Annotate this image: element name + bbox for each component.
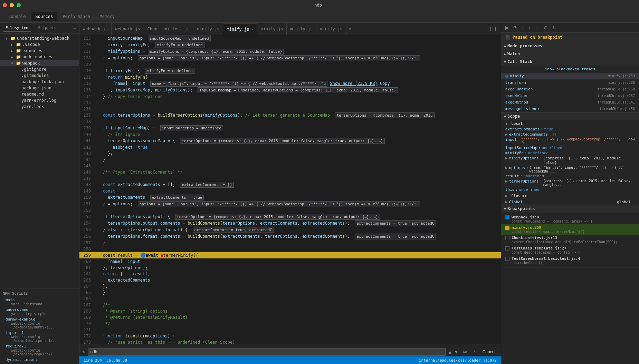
tab-console[interactable]: Console: [4, 12, 30, 21]
scope-expand-icon[interactable]: ▶: [505, 166, 508, 170]
search-down-button[interactable]: ▼: [454, 349, 459, 355]
line-content: */: [95, 321, 501, 327]
search-up-button[interactable]: ▲: [448, 349, 452, 355]
line-number: 227: [79, 48, 95, 55]
tree-item-yarn-error[interactable]: yarn-error.log: [0, 97, 79, 104]
file-tab-minify-5[interactable]: minify.js: [316, 23, 346, 35]
tree-item-yarn-lock[interactable]: yarn.lock: [0, 104, 79, 110]
step-over-button[interactable]: ↷: [512, 24, 519, 31]
tab-performance[interactable]: Performance: [58, 12, 94, 21]
scope-expand-icon[interactable]: ▶: [505, 132, 508, 137]
cancel-button[interactable]: Cancel: [480, 349, 498, 355]
code-line: 256 terserOptions.format.comments = buil…: [79, 233, 501, 240]
line-content: minifyOptions = minifyOptions = {compres…: [95, 48, 501, 55]
file-tab-minify-1[interactable]: minify.js: [193, 23, 223, 35]
npm-scripts-header[interactable]: NPM Scripts: [0, 290, 79, 297]
scope-expand-icon[interactable]: ▶: [505, 200, 508, 204]
tree-arrow-icon: ▼: [11, 61, 16, 65]
npm-item-dummy-example[interactable]: dummy-example webpack-config ./examples/…: [0, 316, 79, 330]
tree-item-webpack[interactable]: ▼ 📁 webpack: [0, 60, 79, 66]
sidebar-tab-filesystem[interactable]: Filesystem: [3, 24, 31, 32]
step-into-button[interactable]: ↓: [520, 24, 525, 31]
file-tab-minify-4[interactable]: minify.js: [287, 23, 316, 35]
bp-item-testcases-template[interactable]: TestCases.template.js:27 const describeC…: [501, 245, 639, 255]
file-tab-webpack-1[interactable]: webpack.js: [79, 23, 112, 35]
code-line: 266: [79, 296, 501, 302]
call-stack-item-transform[interactable]: transform minify.js:280: [501, 79, 639, 86]
case-sensitive-button[interactable]: Aa: [461, 349, 469, 355]
scope-expand-icon[interactable]: ▶: [505, 156, 508, 160]
csi-name: messageListener: [505, 107, 540, 111]
tab-memory[interactable]: Memory: [96, 12, 119, 21]
scope-expand-icon[interactable]: ▶: [505, 179, 508, 184]
bp-checkbox[interactable]: [505, 215, 509, 219]
bp-filename: TestCasesNormal.basictest.js:4: [512, 256, 635, 261]
npm-item-main[interactable]: main yarn understand: [0, 297, 79, 307]
tree-item-package-lock[interactable]: package-lock.json: [0, 79, 79, 85]
status-bar: Line 284, Column 38 internal/modules/cjs…: [79, 356, 501, 364]
bp-checkbox[interactable]: [505, 226, 509, 230]
npm-item-dynamic-import[interactable]: dynamic-import: [0, 357, 79, 363]
bp-checkbox[interactable]: [505, 257, 509, 261]
breakpoints-header[interactable]: ▼ Breakpoints: [501, 205, 639, 213]
file-tab-chunk[interactable]: Chunk.unittest.js: [144, 23, 194, 35]
step-out-button[interactable]: ↑: [527, 24, 532, 31]
regex-button[interactable]: .*: [471, 349, 477, 355]
bp-checkbox[interactable]: [505, 246, 509, 250]
file-tab-minify-3[interactable]: minify.js: [257, 23, 287, 35]
tabs-more-button[interactable]: »: [346, 27, 354, 31]
scope-collapse-icon[interactable]: ▶: [505, 194, 508, 198]
format-button[interactable]: { }: [485, 27, 501, 31]
npm-item-import-1[interactable]: import-1 webpack-config ./examples/impor…: [0, 330, 79, 343]
tab-sources[interactable]: Sources: [31, 12, 57, 21]
npm-item-understand[interactable]: understand yarn entry-simple: [0, 307, 79, 316]
call-stack-item-exechelper[interactable]: execHelper threadChild.js:137: [501, 92, 639, 99]
file-tab-webpack-2[interactable]: webpack.js: [112, 23, 144, 35]
npm-item-require-1[interactable]: require-1 webpack-config ./examples/requ…: [0, 343, 79, 357]
line-content: };: [95, 150, 501, 157]
sidebar-more-button[interactable]: ⋯: [74, 26, 76, 31]
code-line: 257 }: [79, 240, 501, 246]
tree-item-package-json[interactable]: package.json: [0, 85, 79, 91]
bp-item-minify-active[interactable]: minify.js:259 const result = await terse…: [501, 224, 639, 235]
bp-item-testcases-normal[interactable]: TestCasesNormal.basictest.js:4 describeC…: [501, 255, 639, 266]
scope-key: inputSourceMap: [505, 146, 537, 150]
call-stack-header[interactable]: ▼ Call Stack: [501, 58, 639, 66]
window-close-button[interactable]: [3, 3, 7, 7]
tree-item-readme[interactable]: readme.md: [0, 91, 79, 97]
line-number: 272: [79, 333, 95, 339]
step-button[interactable]: →: [533, 24, 541, 31]
code-container[interactable]: 225 inputSourceMap, inputSourceMap = und…: [79, 35, 501, 344]
file-tab-close-icon[interactable]: ✕: [251, 27, 253, 31]
search-input[interactable]: [88, 348, 446, 356]
code-line: 245: [79, 163, 501, 169]
window-maximize-button[interactable]: [17, 3, 21, 7]
bp-item-webpack[interactable]: webpack.js:8 const runCommand = (command…: [501, 214, 639, 224]
scope-expand-icon[interactable]: ▼: [505, 121, 508, 126]
pause-on-exceptions-button[interactable]: ⏸: [551, 24, 558, 31]
deactivate-breakpoints-button[interactable]: ⊘: [542, 24, 549, 31]
scope-header[interactable]: ▼ Scope: [501, 112, 639, 120]
bp-item-chunk[interactable]: Chunk.unittest.js:13 expect(ChunkInstanc…: [501, 235, 639, 245]
tree-item-node-modules[interactable]: ▶ 📁 node_modules: [0, 54, 79, 60]
code-line: 227 minifyOptions = minifyOptions = {com…: [79, 48, 501, 55]
call-stack-item-minify[interactable]: minify minify.js:259: [501, 73, 639, 79]
window-minimize-button[interactable]: [10, 3, 14, 7]
file-tab-minify-active[interactable]: minify.js ✕: [223, 23, 257, 35]
call-stack-item-execmethod[interactable]: execMethod threadChild.js:141: [501, 99, 639, 106]
show-blackboxed-link[interactable]: Show blackboxed frames: [501, 66, 639, 73]
node-processes-header[interactable]: ▶ Node processes: [501, 42, 639, 50]
tree-item-gitignore[interactable]: .gitignore: [0, 66, 79, 72]
sidebar-tab-snippets[interactable]: Snippets: [35, 24, 59, 32]
scope-show-link[interactable]: Show: [627, 137, 635, 141]
bp-checkbox[interactable]: [505, 236, 509, 240]
tree-item-gitmodules[interactable]: .gitmodules: [0, 72, 79, 79]
watch-header[interactable]: ▶ Watch: [501, 50, 639, 58]
resume-button[interactable]: ▶: [504, 24, 511, 31]
tree-item-understanding-webpack[interactable]: ▼ 📁 understanding-webpack: [0, 35, 79, 41]
call-stack-item-execfunction[interactable]: execFunction threadChild.js:158: [501, 86, 639, 92]
tree-item-examples[interactable]: ▶ 📁 examples: [0, 48, 79, 54]
tree-item-vscode[interactable]: ▶ 📁 .vscode: [0, 41, 79, 48]
call-stack-item-messagelistener[interactable]: messageListener threadChild.js:56: [501, 106, 639, 112]
csi-name: transform: [505, 80, 526, 85]
